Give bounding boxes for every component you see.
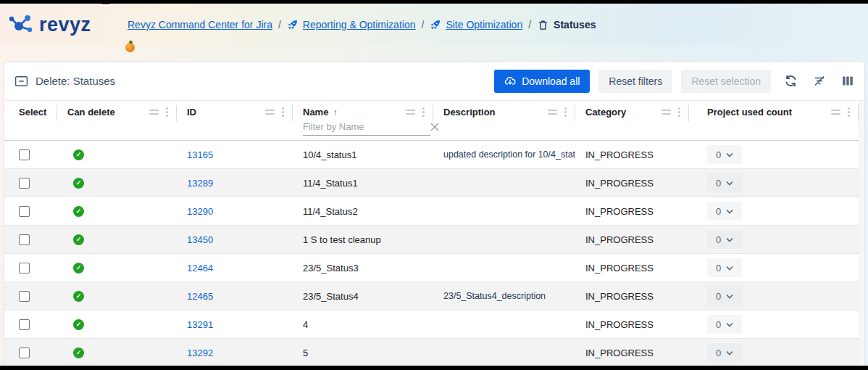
filter-bars-icon[interactable] (548, 110, 557, 115)
column-menu-icon[interactable] (166, 107, 168, 117)
row-checkbox[interactable] (19, 319, 30, 330)
status-description: 23/5_Status4_description (443, 291, 546, 301)
chevron-down-icon (726, 181, 733, 186)
name-filter (303, 121, 430, 136)
table-row: ✓ 12465 23/5_Status4 23/5_Status4_descri… (4, 282, 859, 311)
reset-selection-button[interactable]: Reset selection (681, 70, 771, 93)
status-name: 4 (303, 319, 308, 330)
status-name: 11/4_Status2 (303, 206, 358, 217)
project-used-count-dropdown[interactable]: 0 (707, 315, 742, 334)
table-row: ✓ 13290 11/4_Status2 IN_PROGRESS 0 (4, 197, 859, 226)
status-id-link[interactable]: 13292 (187, 348, 213, 358)
can-delete-check-icon: ✓ (73, 234, 84, 245)
status-id-link[interactable]: 13165 (187, 149, 213, 160)
filter-bars-icon[interactable] (265, 110, 275, 115)
status-id-link[interactable]: 13450 (187, 234, 213, 245)
tangerine-icon (125, 43, 135, 52)
vertical-scrollbar[interactable] (859, 101, 864, 366)
status-name: 1 S to test cleanup (303, 234, 381, 245)
status-name: 11/4_Status1 (303, 178, 358, 189)
chevron-down-icon (726, 266, 733, 271)
can-delete-check-icon: ✓ (73, 291, 84, 302)
column-menu-icon[interactable] (848, 107, 850, 117)
project-used-count-dropdown[interactable]: 0 (707, 258, 742, 277)
refresh-icon[interactable] (783, 73, 799, 89)
column-header-id: ID (177, 101, 293, 140)
breadcrumb-site-optimization-link[interactable]: Site Optimization (446, 19, 522, 30)
column-menu-icon[interactable] (422, 107, 425, 117)
column-header-category: Category (575, 101, 689, 140)
row-checkbox[interactable] (19, 149, 30, 160)
row-checkbox[interactable] (19, 263, 30, 274)
column-header-name[interactable]: Name ↑ (293, 101, 433, 140)
breadcrumb-separator: / (528, 19, 531, 30)
revyz-logo: revyz (7, 4, 116, 46)
can-delete-check-icon: ✓ (73, 149, 84, 160)
row-checkbox[interactable] (19, 178, 30, 189)
status-name: 23/5_Status4 (303, 291, 359, 302)
molecule-icon (7, 10, 36, 39)
filter-bars-icon[interactable] (662, 110, 671, 115)
filter-off-icon[interactable] (811, 73, 828, 89)
sort-ascending-icon: ↑ (333, 107, 338, 118)
project-used-count-dropdown[interactable]: 0 (707, 173, 742, 192)
window-bottom-edge (0, 366, 868, 370)
columns-icon[interactable] (840, 73, 856, 89)
project-used-count-dropdown[interactable]: 0 (707, 287, 742, 305)
status-id-link[interactable]: 12465 (187, 291, 213, 302)
status-category: IN_PROGRESS (585, 234, 654, 245)
status-name: 23/5_Status3 (303, 263, 359, 274)
card-title: Delete: Statuses (14, 75, 115, 87)
rocket-icon (430, 19, 441, 30)
rocket-icon (287, 19, 299, 30)
status-name: 10/4_status1 (303, 149, 356, 160)
cloud-download-icon (504, 75, 516, 87)
name-filter-input[interactable] (303, 121, 430, 132)
row-checkbox[interactable] (19, 234, 30, 245)
column-menu-icon[interactable] (564, 107, 567, 117)
reset-filters-button[interactable]: Reset filters (598, 70, 672, 93)
statuses-grid: Select Can delete ID (4, 101, 864, 366)
table-header: Select Can delete ID (4, 101, 859, 141)
filter-bars-icon[interactable] (406, 110, 415, 115)
breadcrumb-separator: / (278, 19, 281, 30)
column-header-description: Description (433, 101, 575, 140)
chevron-down-icon (726, 294, 733, 299)
chevron-down-icon (726, 322, 733, 327)
column-header-project-used-count: Project used count (689, 101, 859, 140)
status-id-link[interactable]: 13291 (187, 319, 213, 330)
status-category: IN_PROGRESS (585, 348, 654, 358)
statuses-card: Delete: Statuses Download all Reset filt… (4, 61, 865, 366)
status-id-link[interactable]: 13290 (187, 206, 213, 217)
breadcrumb-separator: / (421, 19, 424, 30)
app-header: revyz Revyz Command Center for Jira / Re… (0, 4, 868, 46)
project-used-count-dropdown[interactable]: 0 (707, 230, 742, 249)
filter-bars-icon[interactable] (831, 110, 840, 115)
column-menu-icon[interactable] (678, 107, 680, 117)
project-used-count-dropdown[interactable]: 0 (707, 145, 742, 164)
download-all-button[interactable]: Download all (494, 70, 590, 93)
status-id-link[interactable]: 12464 (187, 263, 213, 274)
breadcrumb-command-center-link[interactable]: Revyz Command Center for Jira (128, 19, 272, 30)
status-id-link[interactable]: 13289 (187, 178, 213, 189)
table-body: ✓ 13165 10/4_status1 updated description… (4, 141, 859, 366)
column-menu-icon[interactable] (282, 107, 284, 117)
row-checkbox[interactable] (19, 206, 30, 217)
card-title-text: Delete: Statuses (36, 75, 115, 87)
can-delete-check-icon: ✓ (73, 206, 84, 217)
breadcrumb: Revyz Command Center for Jira / Reportin… (128, 19, 596, 31)
row-checkbox[interactable] (19, 291, 30, 302)
breadcrumb-reporting-link[interactable]: Reporting & Optimization (303, 19, 416, 30)
window-top-edge (0, 0, 868, 4)
project-used-count-dropdown[interactable]: 0 (707, 343, 742, 362)
logo-text: revyz (39, 14, 91, 36)
row-checkbox[interactable] (19, 348, 30, 358)
display-minus-icon (14, 75, 28, 87)
filter-bars-icon[interactable] (149, 110, 159, 115)
project-used-count-dropdown[interactable]: 0 (707, 202, 742, 221)
can-delete-check-icon: ✓ (73, 178, 84, 189)
column-header-can-delete: Can delete (57, 101, 177, 140)
chevron-down-icon (726, 152, 733, 157)
status-category: IN_PROGRESS (585, 291, 654, 302)
chevron-down-icon (726, 209, 733, 214)
